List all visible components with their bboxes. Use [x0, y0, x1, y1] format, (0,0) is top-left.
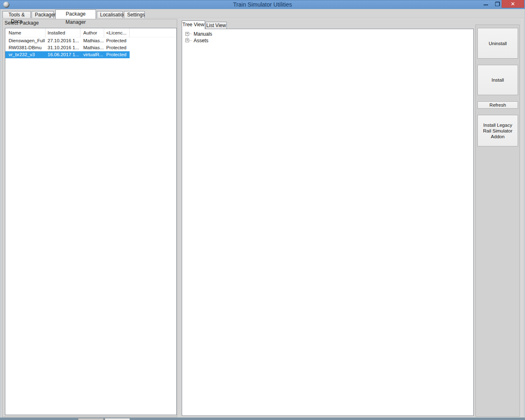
- tab-packager[interactable]: Packager: [32, 11, 54, 18]
- cell-author: Mathias...: [80, 37, 104, 44]
- tab-tools-and-docs[interactable]: Tools & Docs: [2, 11, 31, 18]
- minimize-button[interactable]: [481, 0, 491, 8]
- cell-licence: Protected: [104, 51, 130, 58]
- cell-licence: Protected: [104, 37, 130, 44]
- package-list[interactable]: Name Installed Author <Licenc... Dienswa…: [5, 28, 177, 415]
- cell-installed: 31.10.2016 1...: [46, 44, 80, 51]
- column-header-installed[interactable]: Installed: [46, 28, 80, 37]
- close-icon: ✕: [511, 1, 515, 7]
- install-button[interactable]: Install: [477, 65, 518, 95]
- tab-package-manager[interactable]: Package Manager: [55, 9, 96, 19]
- table-row-selected[interactable]: vr_br232_v3 16.06.2017 1... virtualR... …: [5, 51, 176, 58]
- refresh-button[interactable]: Refresh: [477, 101, 518, 109]
- cutoff-button[interactable]: [78, 418, 104, 420]
- install-legacy-rail-simulator-addon-button[interactable]: Install Legacy Rail Simulator Addon: [477, 115, 518, 146]
- cell-installed: 16.06.2017 1...: [46, 51, 80, 58]
- tab-list-view[interactable]: List View: [205, 22, 227, 29]
- cell-licence: Protected: [104, 44, 130, 51]
- tab-localisation[interactable]: Localisation: [97, 11, 123, 18]
- package-list-header: Name Installed Author <Licenc...: [5, 28, 176, 37]
- cell-installed: 27.10.2016 1...: [46, 37, 80, 44]
- tree-connector-line: [189, 34, 192, 34]
- cell-name: Dienswagen_Full: [5, 37, 46, 44]
- tree-item-label: Manuals: [194, 31, 212, 37]
- select-package-label: Select Package: [5, 20, 39, 26]
- package-content-tree[interactable]: + Manuals + Assets: [182, 29, 474, 416]
- cell-author: virtualR...: [80, 51, 104, 58]
- uninstall-button[interactable]: Uninstall: [477, 28, 518, 59]
- tabpage-right-border: [522, 19, 522, 417]
- cell-name: RW0381-DBmu: [5, 44, 46, 51]
- tab-settings[interactable]: Settings: [124, 11, 145, 18]
- table-row[interactable]: RW0381-DBmu 31.10.2016 1... Mathias... P…: [5, 44, 176, 51]
- cutoff-button[interactable]: [105, 418, 130, 420]
- expand-plus-icon[interactable]: +: [185, 32, 189, 36]
- package-rows: Dienswagen_Full 27.10.2016 1... Mathias.…: [5, 37, 176, 58]
- close-button[interactable]: ✕: [502, 0, 524, 8]
- window-border-left: [0, 9, 1, 418]
- main-tab-strip: Tools & Docs Packager Package Manager Lo…: [0, 9, 525, 18]
- minimize-icon: [484, 5, 488, 5]
- column-header-author[interactable]: Author: [80, 28, 104, 37]
- action-panel: Uninstall Install Refresh Install Legacy…: [475, 25, 520, 417]
- cell-name: vr_br232_v3: [5, 51, 46, 58]
- tree-connector-line: [189, 40, 192, 41]
- expand-plus-icon[interactable]: +: [185, 39, 189, 42]
- restore-icon: [495, 2, 500, 6]
- title-bar[interactable]: Train Simulator Utilities: [0, 0, 525, 9]
- train-simulator-utilities-window: { "window": { "title": "Train Simulator …: [0, 0, 525, 420]
- column-header-licence[interactable]: <Licenc...: [104, 28, 130, 37]
- cell-author: Mathias...: [80, 44, 104, 51]
- tree-item-label: Assets: [194, 37, 208, 44]
- column-header-name[interactable]: Name: [5, 28, 46, 37]
- window-title: Train Simulator Utilities: [0, 0, 525, 9]
- tab-tree-view[interactable]: Tree View: [182, 21, 205, 29]
- table-row[interactable]: Dienswagen_Full 27.10.2016 1... Mathias.…: [5, 37, 176, 44]
